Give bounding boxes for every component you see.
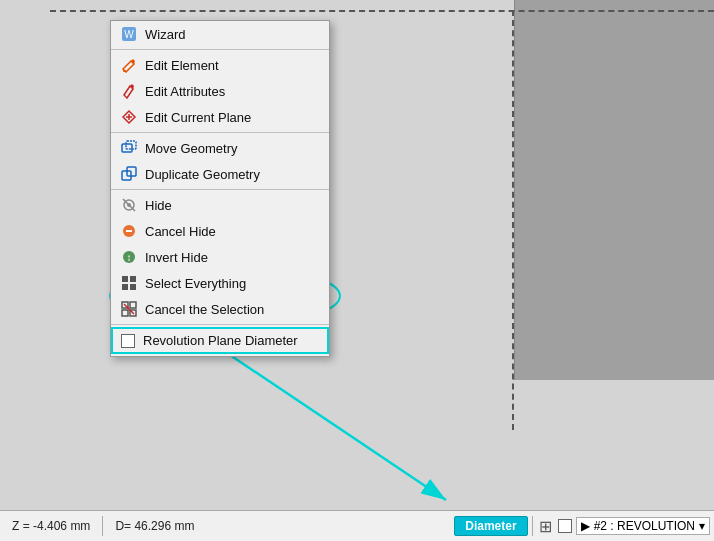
z-value: Z = -4.406 mm [4, 519, 98, 533]
svg-line-27 [124, 304, 134, 314]
menu-item-move-geometry[interactable]: Move Geometry [111, 135, 329, 161]
duplicate-geometry-icon [119, 164, 139, 184]
svg-rect-8 [122, 144, 132, 152]
cancel-hide-icon [119, 221, 139, 241]
revolution-dropdown-arrow: ▾ [699, 519, 705, 533]
revolution-dropdown[interactable]: ▶ #2 : REVOLUTION ▾ [576, 517, 710, 535]
status-checkbox[interactable] [558, 519, 572, 533]
menu-item-select-everything[interactable]: Select Everything [111, 270, 329, 296]
dashed-border-right [512, 10, 514, 430]
revolution-plane-checkbox[interactable] [121, 334, 135, 348]
invert-hide-icon: ↕ [119, 247, 139, 267]
svg-rect-20 [130, 276, 136, 282]
invert-hide-label: Invert Hide [145, 250, 208, 265]
revolution-dropdown-icon: ▶ [581, 519, 590, 533]
cad-viewport [0, 0, 714, 510]
wizard-label: Wizard [145, 27, 185, 42]
separator-1 [111, 49, 329, 50]
diameter-button[interactable]: Diameter [454, 516, 527, 536]
menu-item-wizard[interactable]: W Wizard [111, 21, 329, 47]
separator-4 [111, 324, 329, 325]
grid-icon[interactable]: ⊞ [537, 515, 554, 538]
revolution-plane-label: Revolution Plane Diameter [143, 333, 298, 348]
cancel-selection-icon [119, 299, 139, 319]
status-separator-1 [102, 516, 103, 536]
menu-item-edit-attributes[interactable]: Edit Attributes [111, 78, 329, 104]
duplicate-geometry-label: Duplicate Geometry [145, 167, 260, 182]
menu-item-hide[interactable]: Hide [111, 192, 329, 218]
right-panel [514, 0, 714, 380]
separator-3 [111, 189, 329, 190]
edit-element-label: Edit Element [145, 58, 219, 73]
svg-rect-25 [122, 310, 128, 316]
edit-element-icon [119, 55, 139, 75]
svg-rect-9 [126, 141, 136, 149]
edit-plane-icon [119, 107, 139, 127]
hide-label: Hide [145, 198, 172, 213]
menu-item-cancel-hide[interactable]: Cancel Hide [111, 218, 329, 244]
hide-icon [119, 195, 139, 215]
menu-item-duplicate-geometry[interactable]: Duplicate Geometry [111, 161, 329, 187]
svg-line-14 [123, 199, 135, 211]
select-all-icon [119, 273, 139, 293]
move-geometry-icon [119, 138, 139, 158]
status-separator-2 [532, 516, 533, 536]
svg-text:W: W [124, 29, 134, 40]
select-everything-label: Select Everything [145, 276, 246, 291]
status-bar: Z = -4.406 mm D= 46.296 mm Diameter ⊞ ▶ … [0, 510, 714, 541]
svg-text:↕: ↕ [127, 252, 132, 263]
menu-item-revolution-plane[interactable]: Revolution Plane Diameter [111, 327, 329, 354]
context-menu: W Wizard Edit Element Edit Attributes [110, 20, 330, 357]
edit-attributes-label: Edit Attributes [145, 84, 225, 99]
menu-item-invert-hide[interactable]: ↕ Invert Hide [111, 244, 329, 270]
edit-attributes-icon [119, 81, 139, 101]
menu-item-cancel-selection[interactable]: Cancel the Selection [111, 296, 329, 322]
dashed-border-top [50, 10, 714, 12]
edit-plane-label: Edit Current Plane [145, 110, 251, 125]
svg-rect-22 [130, 284, 136, 290]
svg-rect-24 [130, 302, 136, 308]
move-geometry-label: Move Geometry [145, 141, 237, 156]
separator-2 [111, 132, 329, 133]
svg-rect-21 [122, 284, 128, 290]
svg-rect-19 [122, 276, 128, 282]
d-value: D= 46.296 mm [107, 519, 202, 533]
menu-item-edit-element[interactable]: Edit Element [111, 52, 329, 78]
wizard-icon: W [119, 24, 139, 44]
cancel-selection-label: Cancel the Selection [145, 302, 264, 317]
revolution-dropdown-label: #2 : REVOLUTION [594, 519, 695, 533]
menu-item-edit-plane[interactable]: Edit Current Plane [111, 104, 329, 130]
cancel-hide-label: Cancel Hide [145, 224, 216, 239]
